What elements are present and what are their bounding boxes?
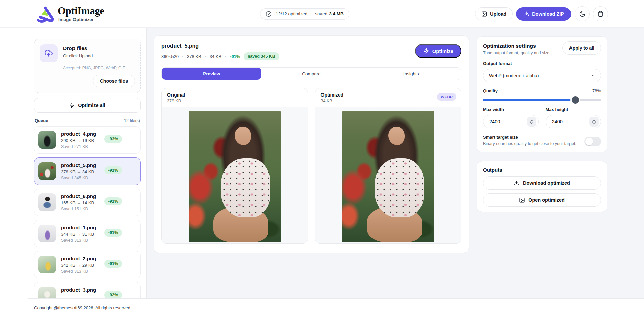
queue-header: Queue 12 file(s): [35, 118, 140, 123]
file-thumbnail: [38, 225, 56, 242]
tab-insights[interactable]: Insights: [361, 68, 461, 80]
file-thumbnail: [38, 287, 56, 298]
image-icon: [481, 11, 487, 17]
upload-button[interactable]: Upload: [475, 7, 513, 20]
output-format-select[interactable]: WebP (modern + alpha): [483, 69, 601, 82]
dropzone-title: Drop files: [63, 45, 93, 51]
optimization-status-pill: 12/12 optimized saved 3.4 MB: [260, 8, 349, 20]
output-format-label: Output format: [483, 61, 601, 66]
download-icon: [514, 180, 519, 186]
cloud-upload-icon: [40, 44, 58, 62]
reduction-badge: -91%: [104, 260, 122, 268]
dropzone-subtitle: Or click Upload: [63, 53, 93, 58]
optimize-all-button[interactable]: Optimize all: [34, 98, 141, 113]
queue-item-product-6[interactable]: product_6.png 165 KB → 14 KB Saved 151 K…: [34, 189, 141, 216]
file-saved: Saved 271 KB: [61, 144, 96, 149]
download-zip-button[interactable]: Download ZIP: [516, 7, 571, 21]
optimized-panel-title: Optimized: [321, 92, 456, 98]
footer: Copyright @themesoft69 2026. All rights …: [28, 298, 644, 317]
queue-item-product-3[interactable]: product_3.png -92%: [34, 282, 141, 298]
smart-target-description: Binary-searches quality to get close to …: [483, 141, 580, 146]
file-sizes: 342 KB → 29 KB: [61, 263, 96, 268]
saved-total-text: saved 3.4 MB: [315, 11, 344, 16]
file-saved: Saved 313 KB: [61, 269, 96, 274]
max-width-input[interactable]: [484, 119, 514, 124]
file-dimensions: 360×520: [161, 54, 179, 59]
queue-item-product-2[interactable]: product_2.png 342 KB → 29 KB Saved 313 K…: [34, 251, 141, 278]
quality-slider-fill: [483, 99, 575, 101]
file-dropzone[interactable]: Drop files Or click Upload Accepted: PNG…: [34, 39, 141, 93]
file-saved: Saved 345 KB: [61, 176, 96, 180]
preview-tabs: Preview Compare Insights: [161, 67, 461, 80]
trash-icon: [597, 11, 604, 17]
file-name: product_6.png: [61, 193, 96, 199]
optimization-settings-card: Optimization settings Tune output format…: [477, 36, 607, 152]
max-height-field: [546, 115, 601, 128]
header-actions: Upload Download ZIP: [475, 0, 608, 28]
tab-compare[interactable]: Compare: [261, 68, 361, 80]
sidebar: Drop files Or click Upload Accepted: PNG…: [28, 28, 147, 298]
queue-title: Queue: [35, 118, 48, 123]
format-badge: WEBP: [437, 93, 456, 101]
file-saved: Saved 151 KB: [61, 207, 96, 211]
choose-files-label: Choose files: [100, 78, 128, 84]
smart-target-toggle[interactable]: [584, 137, 601, 146]
optimize-button[interactable]: Optimize: [415, 44, 461, 58]
main-content: product_5.png 360×520 378 KB 34 KB -91% …: [147, 28, 644, 298]
outputs-card: Outputs Download optimized Open optimize…: [477, 161, 607, 212]
quality-slider-thumb[interactable]: [572, 96, 579, 104]
app-window: OptiImage Image Optimizer 12/12 optimize…: [0, 0, 644, 317]
file-thumbnail: [38, 193, 56, 211]
header: OptiImage Image Optimizer 12/12 optimize…: [0, 0, 644, 28]
file-detail-card: product_5.png 360×520 378 KB 34 KB -91% …: [154, 35, 469, 253]
file-sizes: 290 KB → 19 KB: [61, 138, 96, 143]
check-circle-icon: [266, 11, 272, 17]
queue-item-product-4[interactable]: product_4.png 290 KB → 19 KB Saved 271 K…: [34, 126, 141, 154]
quality-value: 78%: [592, 88, 601, 93]
optimize-all-label: Optimize all: [78, 103, 105, 108]
file-original-size: 378 KB: [187, 54, 201, 59]
file-optimized-size: 34 KB: [210, 54, 221, 59]
file-name: product_3.png: [61, 287, 96, 293]
upload-button-label: Upload: [490, 11, 506, 17]
queue-item-product-5[interactable]: product_5.png 378 KB → 34 KB Saved 345 K…: [34, 157, 141, 185]
max-width-field: [483, 115, 539, 128]
file-sizes: 378 KB → 34 KB: [61, 169, 96, 174]
reduction-badge: -91%: [104, 229, 122, 237]
file-name: product_4.png: [61, 131, 96, 137]
download-optimized-label: Download optimized: [523, 180, 570, 186]
file-name: product_2.png: [61, 256, 96, 261]
app-title: OptiImage: [58, 6, 104, 16]
outputs-title: Outputs: [483, 167, 601, 173]
tab-preview[interactable]: Preview: [162, 68, 261, 80]
output-format-value: WebP (modern + alpha): [489, 73, 539, 78]
app-logo[interactable]: OptiImage Image Optimizer: [36, 0, 104, 28]
stepper-icon[interactable]: [527, 117, 536, 127]
original-panel: Original 378 KB: [161, 88, 308, 244]
left-gutter: [0, 28, 28, 317]
clear-all-button[interactable]: [593, 6, 608, 21]
image-icon: [519, 197, 525, 203]
smart-target-label: Smart target size: [483, 135, 580, 140]
download-optimized-button[interactable]: Download optimized: [483, 176, 601, 190]
app-subtitle: Image Optimizer: [58, 17, 104, 22]
choose-files-button[interactable]: Choose files: [93, 75, 135, 87]
quality-slider[interactable]: [483, 99, 601, 101]
stepper-icon[interactable]: [589, 117, 599, 127]
file-thumbnail: [38, 131, 56, 149]
saved-value: 3.4 MB: [329, 11, 344, 16]
max-height-input[interactable]: [547, 119, 577, 124]
apply-to-all-button[interactable]: Apply to all: [562, 41, 601, 55]
dot-separator: [205, 56, 206, 57]
file-name: product_5.png: [61, 162, 96, 168]
moon-icon: [579, 11, 586, 17]
queue-item-product-1[interactable]: product_1.png 344 KB → 31 KB Saved 313 K…: [34, 220, 141, 247]
queue-list: product_4.png 290 KB → 19 KB Saved 271 K…: [34, 126, 141, 298]
download-zip-label: Download ZIP: [532, 11, 564, 17]
reduction-badge: -92%: [104, 291, 122, 298]
dark-mode-toggle-button[interactable]: [575, 6, 590, 21]
divider: [311, 11, 311, 17]
dot-separator: [225, 56, 226, 57]
open-optimized-button[interactable]: Open optimized: [483, 193, 601, 207]
file-thumbnail: [38, 162, 56, 180]
